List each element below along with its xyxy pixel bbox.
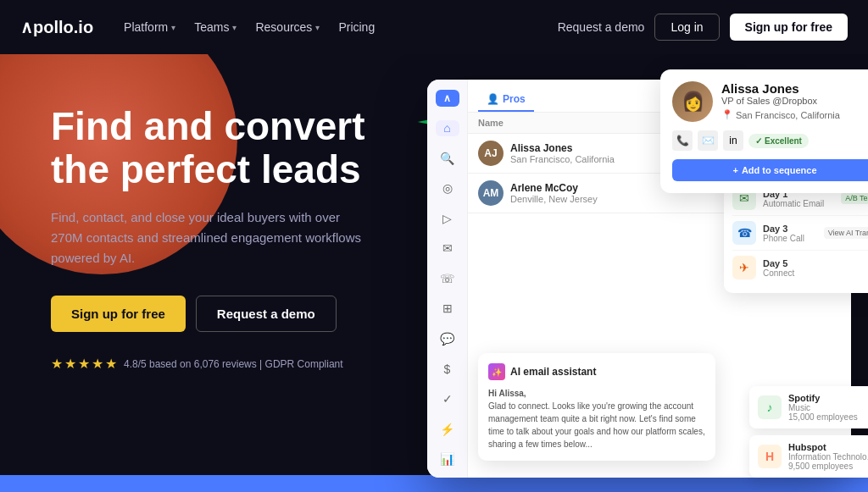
hubspot-count: 9,500 employees bbox=[788, 462, 868, 471]
plus-icon: + bbox=[732, 165, 737, 175]
spotify-count: 15,000 employees bbox=[788, 412, 858, 422]
resources-nav[interactable]: Resources ▾ bbox=[248, 17, 326, 37]
linkedin-badge: in bbox=[723, 130, 743, 151]
hero-section: Find and convert the perfect leads Find,… bbox=[0, 54, 868, 492]
profile-header: 👩 Alissa Jones VP of Sales @Dropbox 📍 Sa… bbox=[672, 81, 868, 122]
apollo-sidebar-logo: ∧ bbox=[436, 90, 459, 107]
chevron-down-icon: ▾ bbox=[171, 23, 175, 32]
navbar-left: ∧pollo.io Platform ▾ Teams ▾ Resources ▾… bbox=[20, 17, 381, 37]
sidebar-dollar-icon[interactable]: $ bbox=[436, 361, 459, 378]
profile-avatar: 👩 bbox=[672, 81, 713, 122]
sidebar-chart-icon[interactable]: 📊 bbox=[436, 451, 459, 467]
location-icon: 📍 bbox=[721, 109, 733, 120]
seq-info: Day 3 Phone Call bbox=[763, 224, 804, 243]
seq-info: Day 5 Connect bbox=[763, 258, 794, 278]
ai-email-body: Hi Alissa, Glad to connect. Looks like y… bbox=[488, 387, 705, 451]
hubspot-type: Information Technolo... bbox=[788, 452, 868, 462]
ai-icon: ✨ bbox=[488, 363, 505, 380]
sidebar-send-icon[interactable]: ▷ bbox=[436, 210, 459, 227]
chevron-down-icon: ▾ bbox=[232, 23, 236, 32]
star-5: ★ bbox=[105, 356, 117, 372]
teams-nav[interactable]: Teams ▾ bbox=[187, 17, 243, 37]
profile-card: 👩 Alissa Jones VP of Sales @Dropbox 📍 Sa… bbox=[660, 69, 868, 193]
spotify-card: ♪ Spotify Music 15,000 employees bbox=[749, 386, 868, 428]
mail-badge: ✉️ bbox=[698, 130, 718, 151]
pricing-nav[interactable]: Pricing bbox=[331, 17, 381, 37]
profile-location: 📍 San Francisco, California bbox=[721, 109, 840, 120]
hero-title: Find and convert the perfect leads bbox=[51, 105, 407, 191]
add-to-sequence-button[interactable]: + Add to sequence bbox=[672, 159, 868, 181]
navbar: ∧pollo.io Platform ▾ Teams ▾ Resources ▾… bbox=[0, 0, 868, 54]
hero-content: Find and convert the perfect leads Find,… bbox=[0, 54, 407, 492]
ai-transcript-badge: View AI Trans... bbox=[824, 227, 868, 239]
hero-buttons: Sign up for free Request a demo bbox=[51, 296, 407, 332]
profile-info: Alissa Jones VP of Sales @Dropbox 📍 San … bbox=[721, 81, 840, 122]
connect-icon: ✈ bbox=[732, 256, 756, 279]
avatar: AJ bbox=[478, 141, 504, 166]
prospects-icon: 👤 bbox=[487, 93, 499, 105]
ai-email-panel: ✨ AI email assistant Hi Alissa, Glad to … bbox=[478, 353, 715, 461]
ai-header: ✨ AI email assistant bbox=[488, 363, 705, 380]
profile-badges: 📞 ✉️ in ✓ Excellent bbox=[672, 130, 868, 151]
hubspot-info: Hubspot Information Technolo... 9,500 em… bbox=[788, 442, 868, 471]
sidebar-phone-icon[interactable]: ☏ bbox=[436, 270, 459, 287]
star-3: ★ bbox=[78, 356, 90, 372]
spotify-name: Spotify bbox=[788, 393, 858, 403]
ab-test-badge: A/B Test B bbox=[841, 192, 868, 204]
phone-badge: 📞 bbox=[672, 130, 693, 151]
avatar: AM bbox=[478, 180, 504, 206]
star-1: ★ bbox=[51, 356, 63, 372]
hubspot-logo: H bbox=[758, 445, 782, 468]
company-cards: ♪ Spotify Music 15,000 employees H Hubsp… bbox=[749, 386, 868, 478]
hero-subtitle: Find, contact, and close your ideal buye… bbox=[51, 207, 373, 268]
spotify-info: Spotify Music 15,000 employees bbox=[788, 393, 858, 422]
star-2: ★ bbox=[64, 356, 76, 372]
phone-icon: ☎ bbox=[732, 221, 756, 245]
sidebar-grid-icon[interactable]: ⊞ bbox=[436, 301, 459, 318]
hero-demo-button[interactable]: Request a demo bbox=[196, 296, 337, 332]
signup-button[interactable]: Sign up for free bbox=[730, 14, 848, 41]
hero-rating: ★ ★ ★ ★ ★ 4.8/5 based on 6,076 reviews |… bbox=[51, 356, 407, 372]
ai-title: AI email assistant bbox=[510, 366, 596, 378]
sidebar-lightning-icon[interactable]: ⚡ bbox=[436, 421, 459, 438]
spotify-logo: ♪ bbox=[758, 395, 782, 419]
sidebar-search-icon[interactable]: 🔍 bbox=[436, 150, 459, 167]
chevron-down-icon: ▾ bbox=[315, 23, 320, 32]
sequence-item-day5: ✈ Day 5 Connect bbox=[732, 251, 868, 285]
request-demo-button[interactable]: Request a demo bbox=[558, 20, 645, 34]
sequence-item-day3: ☎ Day 3 Phone Call View AI Trans... bbox=[732, 216, 868, 251]
login-button[interactable]: Log in bbox=[654, 14, 719, 41]
spotify-type: Music bbox=[788, 403, 858, 412]
sidebar-chat-icon[interactable]: 💬 bbox=[436, 330, 459, 347]
hero-signup-button[interactable]: Sign up for free bbox=[51, 296, 186, 332]
sidebar-check-icon[interactable]: ✓ bbox=[436, 390, 459, 407]
sidebar-circle-icon[interactable]: ◎ bbox=[436, 180, 459, 197]
hubspot-card: H Hubspot Information Technolo... 9,500 … bbox=[749, 435, 868, 478]
hubspot-name: Hubspot bbox=[788, 442, 868, 452]
sidebar-mail-icon[interactable]: ✉ bbox=[436, 240, 459, 257]
star-4: ★ bbox=[92, 356, 103, 372]
profile-title: VP of Sales @Dropbox bbox=[721, 96, 840, 106]
platform-nav[interactable]: Platform ▾ bbox=[117, 17, 182, 37]
tab-prospects[interactable]: 👤 Pros bbox=[478, 88, 534, 112]
profile-name: Alissa Jones bbox=[721, 81, 840, 96]
logo[interactable]: ∧pollo.io bbox=[20, 17, 93, 37]
hero-mockup: 👩 Alissa Jones VP of Sales @Dropbox 📍 Sa… bbox=[402, 63, 868, 492]
sidebar-home-icon[interactable]: ⌂ bbox=[436, 120, 459, 137]
logo-text: ∧pollo.io bbox=[20, 17, 93, 37]
nav-links: Platform ▾ Teams ▾ Resources ▾ Pricing bbox=[117, 17, 381, 37]
rating-text: 4.8/5 based on 6,076 reviews | GDPR Comp… bbox=[124, 358, 343, 370]
navbar-right: Request a demo Log in Sign up for free bbox=[558, 14, 848, 41]
app-sidebar: ∧ ⌂ 🔍 ◎ ▷ ✉ ☏ ⊞ 💬 $ ✓ ⚡ 📊 bbox=[427, 80, 468, 478]
star-rating: ★ ★ ★ ★ ★ bbox=[51, 356, 117, 372]
excellent-badge: ✓ Excellent bbox=[748, 134, 809, 148]
